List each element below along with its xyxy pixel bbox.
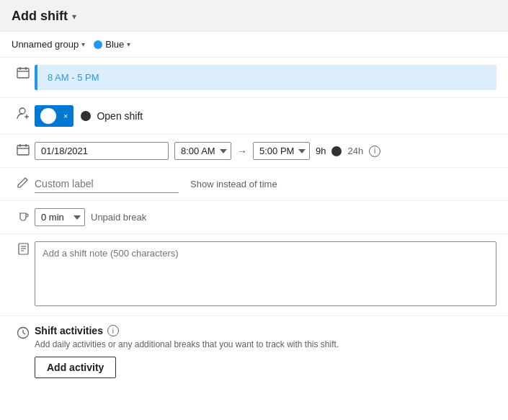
color-selector[interactable]: Blue ▾ — [94, 39, 130, 50]
people-row: × Open shift — [35, 105, 496, 127]
shift-banner[interactable]: 8 AM - 5 PM — [35, 65, 496, 90]
activities-section: Shift activities i Add daily activities … — [0, 316, 508, 383]
hours-label: 24h — [347, 146, 363, 156]
datetime-row: 8:00 AM → 5:00 PM 9h 24h i — [35, 142, 496, 160]
custom-label-section: Show instead of time — [0, 168, 508, 201]
activities-description: Add daily activities or any additional b… — [35, 339, 496, 349]
person-add-icon — [12, 105, 35, 120]
svg-point-4 — [19, 108, 25, 114]
group-selector[interactable]: Unnamed group ▾ — [12, 39, 85, 50]
calendar-icon — [12, 142, 35, 156]
note-section — [0, 234, 508, 316]
people-section: × Open shift — [0, 98, 508, 135]
svg-rect-0 — [17, 68, 29, 78]
duration-dot-icon — [331, 146, 342, 156]
activities-clock-icon — [12, 325, 35, 339]
svg-rect-7 — [17, 146, 29, 155]
color-label: Blue — [105, 39, 124, 50]
shift-time-range: 8 AM - 5 PM — [48, 72, 99, 83]
activities-title-row: Shift activities i — [35, 325, 496, 336]
arrow-icon: → — [237, 146, 247, 157]
datetime-content: 8:00 AM → 5:00 PM 9h 24h i — [35, 142, 496, 160]
custom-label-input[interactable] — [35, 175, 179, 193]
people-content: × Open shift — [35, 105, 496, 127]
break-content: 0 min 15 min 30 min 60 min Unpaid break — [35, 208, 496, 226]
subheader: Unnamed group ▾ Blue ▾ — [0, 32, 508, 58]
color-dot-icon — [94, 40, 102, 49]
header-chevron-icon[interactable]: ▾ — [72, 12, 76, 22]
open-shift-dot-icon — [81, 111, 91, 121]
avatar — [40, 108, 56, 124]
shift-note-textarea[interactable] — [35, 241, 496, 306]
pencil-icon — [12, 175, 35, 188]
break-type-label: Unpaid break — [91, 212, 146, 223]
break-section: 0 min 15 min 30 min 60 min Unpaid break — [0, 201, 508, 234]
activities-title: Shift activities — [35, 325, 103, 336]
add-activity-button[interactable]: Add activity — [35, 357, 116, 378]
end-time-select[interactable]: 5:00 PM — [253, 142, 310, 160]
cup-icon — [12, 208, 35, 222]
clock-icon — [12, 65, 35, 79]
datetime-section: 8:00 AM → 5:00 PM 9h 24h i — [0, 135, 508, 168]
color-chevron-icon: ▾ — [127, 40, 130, 48]
page-title: Add shift — [12, 9, 68, 24]
info-icon[interactable]: i — [369, 146, 380, 157]
open-shift-label: Open shift — [97, 110, 143, 122]
group-chevron-icon: ▾ — [81, 40, 85, 48]
svg-line-17 — [23, 333, 25, 334]
note-content — [35, 241, 496, 308]
custom-label-content: Show instead of time — [35, 175, 496, 193]
activities-content: Shift activities i Add daily activities … — [35, 325, 496, 378]
show-instead-label: Show instead of time — [190, 179, 277, 189]
group-label: Unnamed group — [12, 39, 79, 50]
open-shift-row: Open shift — [81, 110, 143, 122]
remove-person-button[interactable]: × — [63, 112, 68, 120]
activities-info-icon[interactable]: i — [107, 325, 119, 336]
duration-label: 9h — [316, 146, 326, 156]
break-row: 0 min 15 min 30 min 60 min Unpaid break — [35, 208, 496, 226]
header: Add shift ▾ — [0, 0, 508, 32]
note-icon — [12, 241, 35, 255]
start-time-select[interactable]: 8:00 AM — [174, 142, 231, 160]
shift-time-section: 8 AM - 5 PM — [0, 58, 508, 98]
label-row: Show instead of time — [35, 175, 496, 193]
person-chip[interactable]: × — [35, 105, 73, 127]
date-input[interactable] — [35, 142, 169, 160]
break-select[interactable]: 0 min 15 min 30 min 60 min — [35, 208, 85, 226]
shift-banner-content: 8 AM - 5 PM — [35, 65, 496, 90]
